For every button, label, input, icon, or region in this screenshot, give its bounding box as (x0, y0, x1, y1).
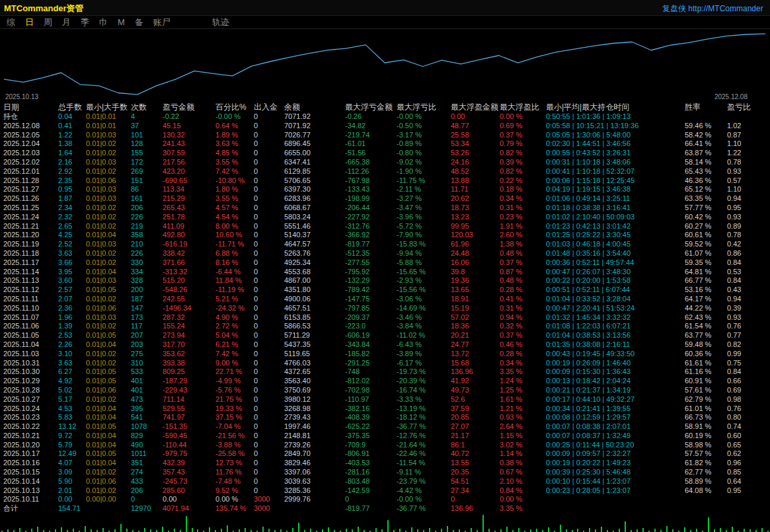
cell-max-float-profit: 20.85 (451, 413, 500, 422)
table-row[interactable]: 2025.10.313.630.01|0.02310393.389.00 %04… (0, 359, 770, 368)
table-row[interactable]: 2025.10.1712.490.01|0.051011-979.75-25.5… (0, 449, 770, 459)
cell-max-float-profit-pct: 3.35 % (500, 504, 546, 513)
table-row[interactable]: 2025.11.102.360.01|0.06147-1496.34-24.32… (0, 304, 770, 313)
table-row[interactable]: 2025.10.2213.120.01|0.051078-151.35-7.04… (0, 422, 770, 432)
table-row[interactable]: 2025.11.052.530.01|0.05207273.945.04 %05… (0, 331, 770, 340)
cell-hold-time: 0:00:43 | 0:19:45 | 49:33:50 (546, 350, 685, 359)
cell-max-float-loss: -219.74 (345, 131, 397, 140)
cell-max-float-loss-pct: -3.17 % (397, 131, 451, 140)
table-row[interactable]: 2025.11.033.100.01|0.02275353.627.42 %05… (0, 350, 770, 359)
menu-item-9[interactable]: 轨迹 (212, 17, 229, 28)
volume-bar (429, 528, 430, 532)
table-row[interactable]: 2025.11.042.260.01|0.04203317.706.21 %05… (0, 340, 770, 350)
equity-chart[interactable]: 2025.10.13 2025.12.08 (0, 29, 770, 102)
volume-bar (518, 528, 520, 532)
menu-item-3[interactable]: 月 (62, 17, 71, 28)
table-row[interactable]: 2025.11.282.350.01|0.06151-690.65-10.80 … (0, 176, 770, 186)
cell-pnl: 432.39 (163, 459, 215, 468)
cell-date: 2025.10.20 (3, 441, 58, 450)
table-row[interactable]: 2025.10.285.020.01|0.06401-229.43-5.76 %… (0, 386, 770, 395)
cell-max-float-profit: 20.35 (451, 468, 500, 477)
cell-pnl-pct: 21.75 % (215, 395, 254, 404)
table-row[interactable]: 2025.10.153.090.01|0.02274357.4311.76 %0… (0, 468, 770, 477)
table-row[interactable]: 2025.11.261.870.01|0.03161215.293.55 %06… (0, 194, 770, 204)
table-row[interactable]: 2025.11.270.950.01|0.0386113.341.80 %063… (0, 185, 770, 194)
table-row[interactable]: 2025.12.051.220.01|0.03101130.321.89 %07… (0, 131, 770, 140)
table-row[interactable]: 2025.12.080.410.01|0.013745.150.64 %0707… (0, 122, 770, 131)
cell-hold-time: 0:00:10 | 0:15:44 | 1:23:07 (546, 477, 685, 486)
menu-item-4[interactable]: 季 (81, 17, 89, 28)
titlebar-link[interactable]: 复盘侠 http://MTCommander (662, 3, 763, 15)
cell-hold-time: 0:00:39 | 0:25:30 | 5:46:48 (546, 468, 685, 477)
table-row[interactable]: 2025.11.071.960.01|0.03173287.324.90 %06… (0, 313, 770, 323)
table-row[interactable]: 2025.12.041.380.01|0.02128241.433.63 %06… (0, 139, 770, 149)
menu-item-1[interactable]: 日 (25, 17, 34, 28)
cell-max-float-loss: -408.39 (345, 413, 397, 422)
table-row[interactable]: 2025.12.031.640.01|0.02155307.594.85 %06… (0, 149, 770, 158)
table-row[interactable]: 2025.10.294.920.01|0.05401-187.29-4.99 %… (0, 377, 770, 386)
cell-total-lots: 6.27 (58, 367, 86, 377)
cell-pl-ratio: 0.76 (727, 322, 770, 331)
table-row[interactable]: 2025.11.133.600.01|0.03328515.2011.84 %0… (0, 276, 770, 285)
cell-max-float-profit: 24.77 (451, 340, 500, 350)
volume-bar (761, 528, 763, 532)
cell-pnl: 357.43 (163, 468, 215, 477)
table-row[interactable]: 2025.10.219.720.01|0.04829-590.45-21.56 … (0, 432, 770, 441)
menu-item-2[interactable]: 周 (44, 17, 52, 28)
table-row[interactable]: 2025.11.242.320.01|0.02226251.784.54 %05… (0, 213, 770, 222)
cell-date: 2025.10.30 (3, 367, 58, 377)
cell-max-float-loss: -403.53 (345, 459, 397, 468)
cell-max-float-profit-pct: 1.91 % (500, 222, 546, 231)
table-row[interactable]: 2025.11.212.650.01|0.02219411.098.00 %05… (0, 222, 770, 231)
cell-date: 2025.11.18 (3, 249, 58, 258)
cell-total-lots: 1.96 (58, 313, 86, 323)
cell-cash-flow: 0 (254, 432, 284, 441)
cell-pnl: 741.97 (163, 413, 215, 422)
table-row[interactable]: 2025.10.145.900.01|0.06433-245.73-7.48 %… (0, 477, 770, 486)
table-row[interactable]: 2025.12.012.920.01|0.02269423.207.42 %06… (0, 167, 770, 176)
cell-date: 2025.10.28 (3, 386, 58, 395)
table-row[interactable]: 2025.11.061.390.01|0.02117155.242.72 %05… (0, 322, 770, 331)
cell-pnl: 711.14 (163, 395, 215, 404)
cell-win-rate: 64.81 % (685, 268, 727, 277)
cell-min-max-lots: 0.01|0.04 (86, 404, 131, 414)
table-row[interactable]: 2025.10.164.070.01|0.04351432.3912.73 %0… (0, 459, 770, 468)
cell-win-rate: 61.82 % (685, 459, 727, 468)
cell-max-float-profit-pct: 0.84 % (500, 486, 546, 496)
table-row[interactable]: 合计154.71129704071.94135.74 %3000-819.77-… (0, 504, 770, 513)
cell-max-float-profit: 15.68 (451, 359, 500, 368)
table-row[interactable]: 2025.11.204.250.01|0.04358492.8010.60 %0… (0, 231, 770, 240)
table-row[interactable]: 2025.10.244.530.01|0.04395529.5519.33 %0… (0, 404, 770, 414)
cell-max-float-loss: -198.99 (345, 194, 397, 204)
cell-cash-flow: 0 (254, 350, 284, 359)
menu-item-7[interactable]: 备 (135, 17, 143, 28)
cell-date: 2025.11.25 (3, 204, 58, 213)
table-row[interactable]: 2025.12.022.160.01|0.03172217.563.55 %06… (0, 158, 770, 167)
menu-item-8[interactable]: 账尸 (153, 17, 171, 28)
cell-win-rate: 61.01 % (685, 404, 727, 414)
table-row[interactable]: 2025.11.252.340.01|0.02206265.434.57 %06… (0, 204, 770, 213)
table-row[interactable]: 2025.11.143.950.01|0.04334-313.32-6.44 %… (0, 268, 770, 277)
cell-cash-flow: 0 (254, 194, 284, 204)
table-row[interactable]: 2025.10.110.000.00|0.0000.000.00 %300029… (0, 495, 770, 504)
cell-max-float-loss-pct: -0.89 % (397, 139, 451, 149)
menu-item-0[interactable]: 综 (7, 17, 15, 28)
table-row[interactable]: 2025.11.122.570.01|0.05200-548.26-11.19 … (0, 285, 770, 295)
table-row[interactable]: 持仓0.040.01|0.014-0.22-0.00 %07071.92-0.2… (0, 112, 770, 122)
table-row[interactable]: 2025.11.173.660.01|0.02330371.668.16 %04… (0, 258, 770, 268)
table-row[interactable]: 2025.10.235.830.01|0.04541741.9737.15 %0… (0, 413, 770, 422)
table-row[interactable]: 2025.11.112.070.01|0.02187242.555.21 %04… (0, 295, 770, 304)
table-row[interactable]: 2025.10.132.010.01|0.02206285.609.52 %03… (0, 486, 770, 496)
table-row[interactable]: 2025.10.205.790.01|0.04490-110.44-3.88 %… (0, 441, 770, 450)
table-row[interactable]: 2025.10.275.170.01|0.02473711.1421.75 %0… (0, 395, 770, 404)
cell-hold-time: 0:00:51 | 0:52:11 | 6:07:44 (546, 285, 685, 295)
table-row[interactable]: 2025.11.183.630.01|0.02226338.426.88 %05… (0, 249, 770, 258)
cell-max-float-loss-pct: -11.02 % (397, 331, 451, 340)
volume-bar (144, 528, 145, 532)
menu-item-5[interactable]: 巾 (99, 17, 108, 28)
table-row[interactable]: 2025.11.192.520.01|0.03210-616.19-11.71 … (0, 240, 770, 249)
table-row[interactable]: 2025.10.306.270.01|0.05533809.2522.71 %0… (0, 367, 770, 377)
menu-item-6[interactable]: M (118, 17, 125, 28)
volume-bar (744, 529, 745, 532)
cell-pnl-pct: 3.55 % (215, 194, 254, 204)
